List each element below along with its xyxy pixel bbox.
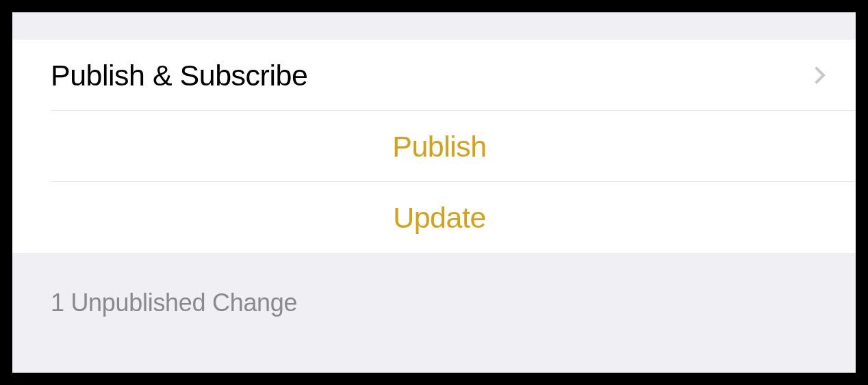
update-button[interactable]: Update [12, 182, 856, 253]
settings-panel: Publish & Subscribe Publish Update 1 Unp… [12, 12, 856, 373]
publish-subscribe-label: Publish & Subscribe [51, 59, 307, 92]
publish-subscribe-row[interactable]: Publish & Subscribe [12, 40, 856, 111]
unpublished-status: 1 Unpublished Change [51, 289, 297, 317]
publish-button[interactable]: Publish [12, 111, 856, 182]
update-label: Update [393, 201, 486, 235]
publish-label: Publish [392, 130, 487, 163]
chevron-right-icon [808, 66, 825, 83]
header-spacer [12, 12, 856, 40]
settings-group: Publish & Subscribe Publish Update [12, 40, 856, 253]
footer: 1 Unpublished Change [12, 253, 856, 317]
